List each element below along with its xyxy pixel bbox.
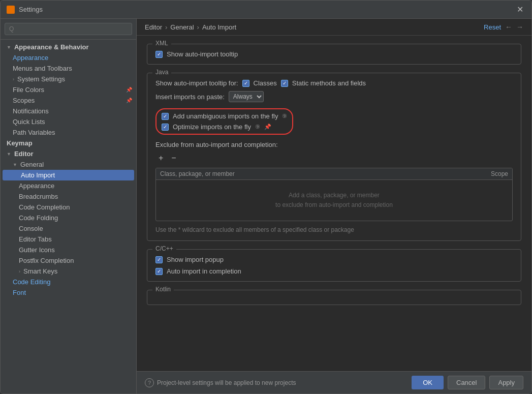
cpp-section: C/C++ ✓ Show import popup ✓ Auto import … bbox=[147, 249, 521, 282]
cancel-button[interactable]: Cancel bbox=[448, 376, 485, 389]
close-button[interactable]: ✕ bbox=[515, 5, 525, 14]
cpp-section-label: C/C++ bbox=[152, 245, 176, 252]
java-section: Java Show auto-import tooltip for: ✓ Cla… bbox=[147, 73, 521, 241]
breadcrumb-sep-2: › bbox=[197, 23, 199, 31]
chevron-icon: ▼ bbox=[7, 45, 11, 50]
java-insert-paste-label: Insert imports on paste: bbox=[155, 93, 225, 101]
wildcard-note: Use the * wildcard to exclude all member… bbox=[155, 225, 513, 234]
xml-show-tooltip-label: Show auto-import tooltip bbox=[167, 50, 238, 58]
sidebar-item-path-variables[interactable]: Path Variables bbox=[1, 127, 136, 138]
sidebar-item-file-colors[interactable]: File Colors 📌 bbox=[1, 84, 136, 95]
chevron-icon: ▼ bbox=[13, 162, 17, 167]
col-scope: Scope bbox=[491, 170, 508, 177]
sidebar-item-label: General bbox=[20, 161, 44, 168]
sidebar-item-label: Code Folding bbox=[19, 214, 58, 222]
settings-dialog: Settings ✕ ▼ Appearance & Behavior Appea… bbox=[0, 0, 532, 394]
cpp-show-popup-checkbox[interactable]: ✓ bbox=[155, 256, 163, 263]
apply-button[interactable]: Apply bbox=[489, 376, 523, 389]
sidebar-item-code-completion[interactable]: Code Completion bbox=[1, 202, 136, 213]
add-button[interactable]: + bbox=[155, 153, 166, 164]
sidebar-item-general[interactable]: ▼ General bbox=[1, 159, 136, 170]
sidebar-item-label: Menus and Toolbars bbox=[13, 65, 72, 72]
main-content: ▼ Appearance & Behavior Appearance Menus… bbox=[1, 19, 531, 393]
java-static-checkbox[interactable]: ✓ bbox=[281, 80, 288, 87]
footer-actions: OK Cancel Apply bbox=[412, 376, 523, 389]
sidebar-item-editor[interactable]: ▼ Editor bbox=[1, 148, 136, 159]
ok-button[interactable]: OK bbox=[412, 376, 444, 389]
reset-button[interactable]: Reset bbox=[484, 23, 501, 31]
sidebar-item-label: Appearance & Behavior bbox=[14, 43, 89, 51]
xml-show-tooltip-checkbox[interactable]: ✓ bbox=[155, 51, 163, 58]
sidebar-item-label: Notifications bbox=[13, 107, 49, 115]
sidebar-item-font[interactable]: Font bbox=[1, 287, 136, 298]
table-controls: + − bbox=[155, 153, 513, 164]
java-classes-checkbox[interactable]: ✓ bbox=[242, 80, 249, 87]
exclude-label-row: Exclude from auto-import and completion: bbox=[155, 141, 513, 148]
sidebar-item-appearance[interactable]: Appearance bbox=[1, 52, 136, 63]
java-show-tooltip-label: Show auto-import tooltip for: bbox=[155, 79, 238, 87]
java-show-tooltip-row: Show auto-import tooltip for: ✓ Classes … bbox=[155, 79, 513, 87]
sidebar-item-label: Quick Lists bbox=[13, 118, 45, 126]
table-header: Class, package, or member Scope bbox=[156, 168, 512, 180]
java-insert-paste-select[interactable]: Always Ask Never bbox=[229, 91, 264, 102]
chevron-icon: › bbox=[19, 269, 20, 274]
sidebar-item-label: Scopes bbox=[13, 97, 35, 104]
sidebar-item-appearance-sub[interactable]: Appearance bbox=[1, 180, 136, 191]
sidebar-item-editor-tabs[interactable]: Editor Tabs bbox=[1, 234, 136, 245]
java-optimize-row: ✓ Optimize imports on the fly ⑨ 📌 bbox=[162, 123, 287, 131]
col-class: Class, package, or member bbox=[160, 170, 491, 177]
sidebar-item-scopes[interactable]: Scopes 📌 bbox=[1, 95, 136, 106]
java-optimize-label: Optimize imports on the fly bbox=[173, 123, 251, 131]
sidebar-item-label: System Settings bbox=[17, 75, 65, 83]
help-icon-1[interactable]: ⑨ bbox=[282, 113, 287, 119]
sidebar-item-label: Breadcrumbs bbox=[19, 193, 58, 200]
sidebar-item-quick-lists[interactable]: Quick Lists bbox=[1, 116, 136, 127]
sidebar-item-label: Path Variables bbox=[13, 129, 55, 136]
sidebar-item-system-settings[interactable]: › System Settings bbox=[1, 74, 136, 84]
sidebar-item-console[interactable]: Console bbox=[1, 223, 136, 234]
breadcrumb-editor: Editor bbox=[145, 23, 162, 31]
sidebar-item-label: Code Editing bbox=[13, 278, 50, 286]
sidebar-item-code-folding[interactable]: Code Folding bbox=[1, 213, 136, 223]
sidebar-item-label: Font bbox=[13, 289, 26, 296]
java-optimize-checkbox[interactable]: ✓ bbox=[162, 124, 169, 131]
sidebar-item-label: Appearance bbox=[13, 54, 48, 62]
footer-note: ? Project-level settings will be applied… bbox=[145, 378, 296, 387]
sidebar-item-label: Appearance bbox=[19, 182, 54, 190]
java-add-unambiguous-row: ✓ Add unambiguous imports on the fly ⑨ bbox=[162, 112, 287, 120]
sidebar-item-auto-import[interactable]: Auto Import bbox=[3, 170, 134, 180]
help-icon-2[interactable]: ⑨ bbox=[255, 124, 260, 130]
sidebar-item-appearance-behavior[interactable]: ▼ Appearance & Behavior bbox=[1, 42, 136, 52]
sidebar-item-postfix-completion[interactable]: Postfix Completion bbox=[1, 255, 136, 266]
cpp-show-popup-label: Show import popup bbox=[167, 256, 224, 263]
exclude-table: Class, package, or member Scope Add a cl… bbox=[155, 168, 513, 221]
cpp-auto-import-checkbox[interactable]: ✓ bbox=[155, 268, 163, 275]
pin-icon: 📌 bbox=[126, 98, 132, 103]
sidebar-item-menus-toolbars[interactable]: Menus and Toolbars bbox=[1, 63, 136, 74]
cpp-auto-import-label: Auto import in completion bbox=[167, 267, 241, 275]
footer-note-text: Project-level settings will be applied t… bbox=[157, 379, 296, 386]
forward-button[interactable]: → bbox=[516, 23, 523, 31]
sidebar-item-breadcrumbs[interactable]: Breadcrumbs bbox=[1, 191, 136, 202]
sidebar-item-keymap[interactable]: Keymap bbox=[1, 138, 136, 148]
sidebar-item-label: Keymap bbox=[7, 139, 33, 147]
cpp-show-popup-row: ✓ Show import popup bbox=[155, 256, 513, 263]
cpp-auto-import-row: ✓ Auto import in completion bbox=[155, 267, 513, 275]
sidebar-item-notifications[interactable]: Notifications bbox=[1, 106, 136, 116]
remove-button[interactable]: − bbox=[168, 153, 179, 164]
sidebar-item-code-editing[interactable]: Code Editing bbox=[1, 277, 136, 287]
breadcrumb-auto-import: Auto Import bbox=[202, 23, 236, 31]
breadcrumb-general: General bbox=[170, 23, 194, 31]
back-button[interactable]: ← bbox=[505, 23, 512, 31]
java-static-label: Static methods and fields bbox=[292, 79, 366, 87]
help-circle-icon[interactable]: ? bbox=[145, 378, 154, 387]
sidebar-item-label: Smart Keys bbox=[23, 267, 57, 275]
search-input[interactable] bbox=[5, 23, 132, 35]
java-insert-paste-row: Insert imports on paste: Always Ask Neve… bbox=[155, 91, 513, 102]
sidebar-item-smart-keys[interactable]: › Smart Keys bbox=[1, 266, 136, 277]
java-add-unambiguous-checkbox[interactable]: ✓ bbox=[162, 113, 169, 120]
sidebar-item-gutter-icons[interactable]: Gutter Icons bbox=[1, 245, 136, 255]
table-body: Add a class, package, or member to exclu… bbox=[156, 180, 512, 221]
kotlin-section: Kotlin bbox=[147, 290, 521, 305]
dialog-title: Settings bbox=[19, 6, 43, 13]
